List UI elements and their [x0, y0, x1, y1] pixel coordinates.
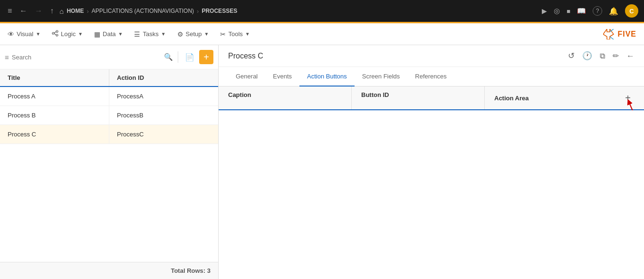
tab-action-buttons[interactable]: Action Buttons [299, 67, 355, 87]
five-logo: FIVE [603, 29, 636, 39]
secondary-nav-left: 👁 Visual ▼ Logic ▼ ▦ Data ▼ ☰ [8, 28, 250, 40]
document-icon[interactable]: 📄 [183, 51, 196, 64]
up-icon[interactable]: ↑ [48, 5, 56, 17]
breadcrumb-app[interactable]: APPLICATIONS (ACTIONNAVIGATION) [92, 8, 194, 14]
visual-chevron: ▼ [36, 31, 40, 37]
nav-logic[interactable]: Logic ▼ [52, 28, 83, 40]
library-icon[interactable]: 📖 [577, 7, 586, 15]
search-input[interactable] [12, 54, 161, 61]
undo-icon[interactable]: ↺ [568, 51, 575, 61]
breadcrumb-sep-1: › [87, 8, 88, 15]
svg-line-7 [610, 37, 614, 39]
process-c-id: ProcessC [109, 125, 218, 144]
main-layout: ≡ 🔍 📄 + Title Action ID Process A Proces… [0, 45, 644, 279]
process-c-title: Process C [0, 125, 109, 144]
search-icon[interactable]: 🔍 [164, 53, 173, 61]
add-row-container: + [621, 91, 634, 105]
tools-icon: ✂ [220, 30, 226, 38]
col-caption-header: Caption [219, 87, 352, 109]
content-area [219, 110, 644, 279]
table-row[interactable]: Process C ProcessC [0, 125, 218, 144]
logic-chevron: ▼ [78, 31, 83, 37]
breadcrumb-processes[interactable]: PROCESSES [202, 8, 237, 14]
tasks-icon: ☰ [134, 30, 140, 38]
search-divider [178, 51, 178, 63]
table-row[interactable]: Process A ProcessA [0, 87, 218, 106]
left-panel: ≡ 🔍 📄 + Title Action ID Process A Proces… [0, 45, 219, 279]
play-icon[interactable]: ▶ [542, 7, 547, 15]
nav-tools[interactable]: ✂ Tools ▼ [220, 29, 250, 40]
breadcrumb-home-label[interactable]: HOME [67, 8, 84, 14]
tools-label: Tools [228, 30, 242, 38]
content-table-header: Caption Button ID Action Area + [219, 87, 644, 110]
forward-icon[interactable]: → [33, 5, 44, 17]
tab-screen-fields[interactable]: Screen Fields [355, 67, 407, 87]
table-header: Title Action ID [0, 69, 218, 87]
data-icon: ▦ [94, 30, 100, 38]
right-panel-actions: ↺ 🕐 ⧉ ✏ ← [568, 51, 634, 61]
five-text: FIVE [617, 30, 636, 38]
user-avatar[interactable]: C [625, 4, 638, 18]
edit-icon[interactable]: ✏ [613, 51, 619, 60]
svg-point-1 [56, 30, 58, 32]
stop-icon[interactable]: ■ [567, 8, 570, 15]
search-bar: ≡ 🔍 📄 + [0, 45, 218, 69]
breadcrumb: ⌂ HOME › APPLICATIONS (ACTIONNAVIGATION)… [59, 7, 237, 15]
svg-point-0 [52, 32, 54, 34]
tab-references[interactable]: References [407, 67, 454, 87]
table-footer: Total Rows: 3 [0, 262, 218, 279]
history-icon[interactable]: 🕐 [582, 51, 592, 61]
right-panel-header: Process C ↺ 🕐 ⧉ ✏ ← [219, 45, 644, 67]
setup-icon: ⚙ [177, 30, 183, 38]
logic-label: Logic [61, 30, 76, 38]
tabs-bar: General Events Action Buttons Screen Fie… [219, 67, 644, 87]
logic-icon [52, 30, 58, 38]
tab-general[interactable]: General [228, 67, 265, 87]
col-action-id-header: Action ID [109, 69, 218, 86]
tools-chevron: ▼ [245, 31, 250, 37]
top-nav: ≡ ← → ↑ ⌂ HOME › APPLICATIONS (ACTIONNAV… [0, 0, 644, 22]
visual-icon: 👁 [8, 30, 14, 38]
right-panel-title: Process C [228, 52, 263, 60]
nav-tasks[interactable]: ☰ Tasks ▼ [134, 29, 165, 40]
col-title-header: Title [0, 69, 109, 86]
process-a-title: Process A [0, 87, 109, 106]
preview-icon[interactable]: ◎ [554, 7, 560, 15]
process-a-id: ProcessA [109, 87, 218, 106]
back-arrow-icon[interactable]: ← [626, 51, 634, 61]
nav-setup[interactable]: ⚙ Setup ▼ [177, 29, 209, 40]
data-chevron: ▼ [118, 31, 123, 37]
tab-events[interactable]: Events [265, 67, 299, 87]
svg-line-4 [54, 34, 56, 35]
filter-icon[interactable]: ≡ [5, 53, 9, 61]
col-button-id-header: Button ID [352, 87, 485, 109]
top-nav-left: ≡ ← → ↑ ⌂ HOME › APPLICATIONS (ACTIONNAV… [6, 5, 237, 17]
right-panel: Process C ↺ 🕐 ⧉ ✏ ← General Events Actio… [219, 45, 644, 279]
data-label: Data [103, 30, 115, 38]
menu-icon[interactable]: ≡ [6, 5, 14, 17]
nav-data[interactable]: ▦ Data ▼ [94, 29, 123, 40]
process-b-id: ProcessB [109, 106, 218, 125]
svg-line-3 [54, 32, 56, 33]
svg-point-2 [56, 34, 58, 36]
home-icon: ⌂ [59, 7, 64, 15]
add-button[interactable]: + [199, 50, 213, 64]
nav-visual[interactable]: 👁 Visual ▼ [8, 29, 40, 40]
setup-chevron: ▼ [204, 31, 209, 37]
back-icon[interactable]: ← [18, 5, 29, 17]
setup-label: Setup [186, 30, 202, 38]
top-nav-right: ▶ ◎ ■ 📖 ? 🔔 C [542, 4, 638, 18]
table-row[interactable]: Process B ProcessB [0, 106, 218, 125]
visual-label: Visual [17, 30, 33, 38]
breadcrumb-sep-2: › [197, 8, 199, 15]
tasks-chevron: ▼ [161, 31, 166, 37]
processes-table: Title Action ID Process A ProcessA Proce… [0, 69, 218, 262]
col-action-area-header: Action Area + [485, 87, 644, 109]
help-icon[interactable]: ? [593, 6, 602, 16]
process-b-title: Process B [0, 106, 109, 125]
tasks-label: Tasks [143, 30, 158, 38]
secondary-nav: 👁 Visual ▼ Logic ▼ ▦ Data ▼ ☰ [0, 23, 644, 45]
copy-icon[interactable]: ⧉ [600, 52, 605, 60]
notification-icon[interactable]: 🔔 [609, 7, 618, 16]
